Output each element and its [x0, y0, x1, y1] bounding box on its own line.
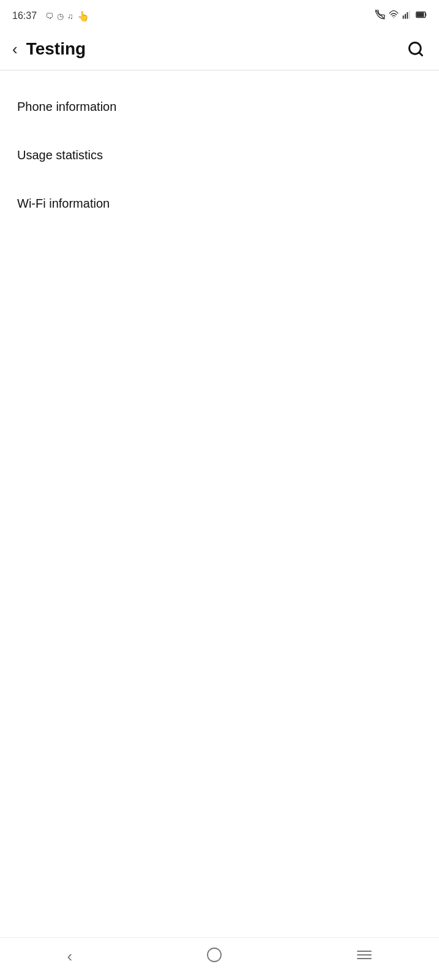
menu-item-wifi-information-label: Wi-Fi information	[17, 197, 110, 210]
status-bar: 16:37 🗨 ◷ ♫ 👆	[0, 0, 439, 31]
svg-rect-2	[405, 14, 406, 19]
wifi-icon	[389, 10, 399, 22]
menu-item-usage-statistics[interactable]: Usage statistics	[0, 131, 439, 179]
nav-home-icon	[206, 947, 222, 967]
back-button[interactable]: ‹	[10, 39, 20, 59]
menu-item-wifi-information[interactable]: Wi-Fi information	[0, 179, 439, 228]
search-button[interactable]	[405, 38, 427, 60]
svg-rect-6	[417, 12, 424, 17]
menu-item-phone-information-label: Phone information	[17, 100, 116, 113]
signal-icon	[402, 10, 412, 22]
battery-icon	[416, 10, 427, 21]
nav-menu-icon	[356, 949, 372, 965]
status-icons-right	[375, 10, 427, 22]
bottom-navigation: ‹	[0, 937, 439, 980]
svg-line-8	[419, 52, 422, 55]
svg-rect-1	[403, 15, 404, 18]
svg-point-9	[208, 948, 221, 962]
alarm-icon: ◷	[57, 12, 64, 21]
svg-rect-4	[409, 10, 410, 18]
status-time: 16:37	[12, 10, 37, 21]
nav-back-button[interactable]: ‹	[48, 941, 91, 972]
nav-back-icon: ‹	[67, 947, 72, 966]
status-icons-left: 🗨 ◷ ♫ 👆	[45, 10, 89, 22]
app-bar: ‹ Testing	[0, 31, 439, 70]
nav-menu-button[interactable]	[338, 943, 391, 971]
search-icon	[407, 40, 424, 58]
menu-item-phone-information[interactable]: Phone information	[0, 83, 439, 131]
page-title: Testing	[26, 39, 86, 59]
music-icon: ♫	[67, 12, 73, 21]
menu-item-usage-statistics-label: Usage statistics	[17, 148, 103, 162]
menu-list: Phone information Usage statistics Wi-Fi…	[0, 70, 439, 240]
nav-home-button[interactable]	[188, 941, 241, 973]
chat-icon: 🗨	[45, 12, 53, 21]
back-icon: ‹	[12, 41, 18, 57]
svg-rect-3	[407, 12, 408, 19]
call-icon	[375, 10, 385, 22]
notification-icon: 👆	[77, 10, 89, 22]
